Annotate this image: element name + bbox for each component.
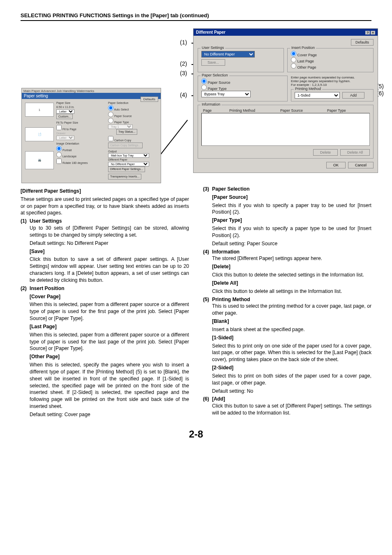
ps-src-radio[interactable] [108,112,113,117]
p1s: Click this button to save a set of diffe… [21,256,189,283]
bypass-select[interactable]: Bypass Tray [201,91,251,97]
p2b: When this is selected, paper from a diff… [21,332,189,352]
p2d: Default setting: Cover page [21,411,189,418]
landscape-radio[interactable] [56,152,62,157]
p5a: This is used to select the printing meth… [203,303,371,317]
p5d: Select this to print on both sides of th… [203,373,371,387]
p2c: When this is selected, specify the pages… [21,362,189,410]
cover-page-radio[interactable] [291,51,296,56]
diffpaper-settings-button[interactable]: Different Paper Settings... [108,166,145,172]
delete-all-button[interactable]: Delete All [340,149,370,156]
dp-defaults-button[interactable]: Defaults [351,39,374,46]
t4: Information [212,249,240,256]
t4b: [Delete] [203,263,371,270]
p4b: Click this button to delete the selected… [203,272,371,279]
help-icon[interactable]: ? [365,31,370,35]
other-page-label: Other Page [297,65,316,69]
user-settings-group: User Settings No Different Paper Save... [198,48,284,72]
ps-type-label: Paper Type [114,121,129,124]
paper-selection-group: Paper Selection Paper Source Paper Type … [198,76,288,101]
carbon-checkbox[interactable] [108,136,113,141]
ok-button[interactable]: OK [326,162,346,168]
t2: Insert Position [30,285,65,292]
p1a: Up to 30 sets of [Different Paper Settin… [21,225,189,239]
drawer-label: Drawer [56,131,106,136]
tray-status-button[interactable]: Tray Status... [116,129,137,135]
auto-select-radio[interactable] [108,105,113,111]
thumbnail-area: 1 📄 🖨️ [25,101,54,180]
t1s: [Save] [21,248,189,255]
fit-checkbox[interactable] [56,125,62,130]
cover-page-label: Cover Page [297,53,317,57]
save-button[interactable]: Save... [201,59,225,66]
n4: (4) [203,249,212,256]
paper-type-radio[interactable] [201,85,207,90]
col-page: Page [203,108,228,113]
info-listbox[interactable] [201,113,370,146]
printing-method-select[interactable]: 1-Sided [295,92,340,99]
t5b: [Blank] [203,318,371,325]
t5c: [1-Sided] [203,334,371,341]
rotate-checkbox[interactable] [56,159,62,164]
paper-selection-legend: Paper Selection [201,73,229,77]
p3b: Select this if you wish to specify a pap… [203,225,371,239]
defaults-button[interactable]: Defaults [141,97,158,102]
n1: (1) [21,218,30,225]
p4a: The stored [Different Paper] settings ap… [203,255,371,262]
p3a: Select this if you wish to specify a pap… [203,202,371,216]
thumbnail-1: 1 [25,103,54,117]
paper-source-label: Paper Source [208,81,231,85]
p1b: Default settings: No Different Paper [21,240,189,247]
tabs[interactable]: Main Paper Advanced Job Handling Waterma… [22,88,161,93]
t4c: [Delete All] [203,280,371,287]
printing-method-legend: Printing Method [294,87,322,91]
col-paper-type: Paper Type [327,108,364,113]
portrait-radio[interactable] [56,146,62,151]
page-hint-3: For example : 1,2,3,5-10 [291,83,374,87]
ps-type-radio[interactable] [108,118,113,123]
ps-src-label: Paper Source [114,115,132,117]
other-page-radio[interactable] [291,63,296,69]
page-hint-1: Enter page numbers separated by commas. [291,76,374,79]
dp-titlebar: Different Paper ?× [194,29,378,36]
diffpaper-select[interactable]: No Different Paper [108,162,149,166]
callout-1: (1) [180,39,187,46]
t3a: [Paper Source] [203,194,371,201]
p2a: When this is selected, paper from a diff… [21,301,189,322]
fit-label: Fit To Paper Size [56,121,106,125]
page-hint-2: Enter page ranges separated by hyphen. [291,79,374,83]
last-page-radio[interactable] [291,57,296,62]
output-select[interactable]: Mail-box Top Tray [108,153,149,158]
cancel-button[interactable]: Cancel [348,162,374,168]
add-button[interactable]: Add [342,92,364,99]
paper-size-select[interactable]: Letter [56,109,74,114]
portrait-label: Portrait [62,149,72,152]
body-columns: [Different Paper Settings] These setting… [21,186,371,419]
insert-position-legend: Insert Position [290,46,316,50]
close-icon[interactable]: × [371,31,375,35]
different-paper-dialog: Different Paper ?× Defaults User Setting… [193,28,378,173]
drawer-select: Letter [56,136,74,140]
paper-source-radio[interactable] [201,78,207,84]
n2: (2) [21,285,30,292]
col-printing-method: Printing Method [229,108,279,113]
carbon-label: Carbon Copy [114,139,131,142]
custom-button[interactable]: Custom... [56,114,73,120]
auto-select-label: Auto Select [114,108,129,111]
paper-size-value: 8.50 x 11.0 in. [56,105,106,109]
paper-setting-dialog: Main Paper Advanced Job Handling Waterma… [21,88,161,183]
transparency-button[interactable]: Transparency Inserts... [108,174,141,180]
n5: (5) [203,296,212,303]
landscape-label: Landscape [62,155,76,158]
t2b: [Last Page] [21,323,189,330]
col-paper-source: Paper Source [280,108,325,113]
insert-position-group: Insert Position Cover Page Last Page Oth… [287,48,374,72]
carbon-settings-button: Carbon Copy Settings... [108,143,143,148]
delete-button[interactable]: Delete [313,149,338,156]
p5c: Select this to print only on one side of… [203,343,371,363]
user-settings-select[interactable]: No Different Paper [201,51,255,58]
fit-text: Fit to Page [62,128,76,131]
callout-3: (3) [180,70,187,76]
t1: User Settings [30,218,62,225]
p4c: Click this button to delete all settings… [203,288,371,295]
